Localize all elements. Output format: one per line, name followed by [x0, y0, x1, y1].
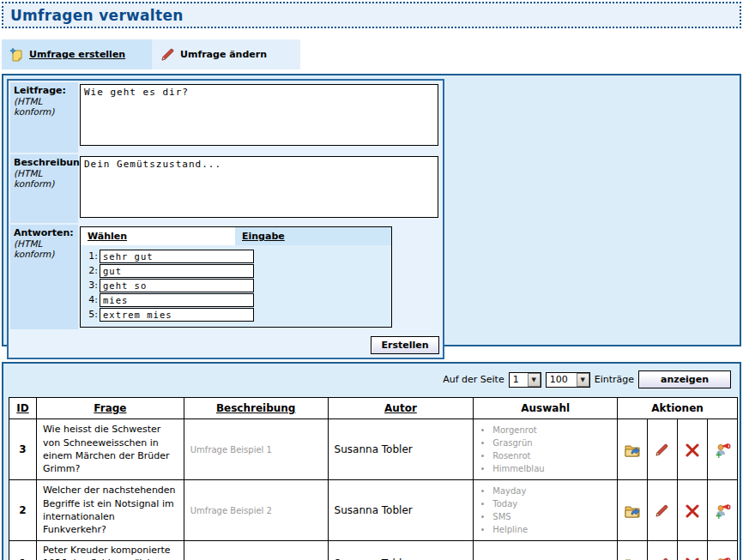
waehlen-link[interactable]: Wählen [88, 231, 127, 242]
choice-item: Morgenrot [492, 424, 611, 437]
answer-row: 1: [81, 249, 391, 263]
delete-x-icon [685, 443, 700, 457]
cell-author: Susanna Tobler [328, 419, 474, 480]
choice-item: Helpline [492, 523, 611, 536]
leitfrage-label: Leitfrage: (HTML konform) [10, 82, 78, 153]
field-label: Beschreibung: [14, 157, 76, 168]
answer-row: 5: [81, 307, 391, 322]
edit-pencil-icon [655, 443, 670, 457]
cell-description: Umfrage Beispiel 1 [184, 419, 328, 480]
column-header-aktionen: Aktionen [618, 398, 738, 419]
field-sublabel: (HTML konform) [14, 238, 76, 259]
add-voter-icon: 0 + [714, 556, 731, 560]
create-form: Leitfrage: (HTML konform) Wie geht es di… [7, 79, 444, 359]
add-voter-action-button[interactable]: 0 + [707, 541, 737, 560]
field-label: Leitfrage: [14, 85, 76, 96]
edit-action-button[interactable] [648, 480, 678, 541]
delete-action-button[interactable] [678, 419, 708, 480]
field-sublabel: (HTML konform) [14, 168, 76, 189]
add-voter-icon: 0 + [714, 442, 731, 458]
delete-action-button[interactable] [678, 541, 708, 560]
preview-action-button[interactable] [618, 541, 648, 560]
page-title-bar: Umfragen verwalten [2, 2, 741, 28]
tab-label: Umfrage erstellen [29, 49, 125, 60]
per-page-select-value: 100 [550, 374, 571, 385]
answer-input-2[interactable] [100, 264, 254, 278]
tab-umfrage-aendern[interactable]: Umfrage ändern [152, 39, 300, 69]
antworten-label: Antworten: (HTML konform) [10, 225, 78, 329]
eingabe-link[interactable]: Eingabe [242, 231, 285, 242]
tab-label: Umfrage ändern [180, 49, 267, 60]
delete-x-icon [685, 504, 700, 518]
preview-folder-icon [624, 503, 641, 519]
erstellen-button[interactable]: Erstellen [371, 336, 439, 354]
choice-item: Himmelblau [492, 462, 611, 475]
svg-text:0: 0 [726, 443, 730, 450]
survey-list-panel: Auf der Seite 1 ▼ 100 ▼ Einträge anzeige… [2, 362, 741, 560]
pagination-controls: Auf der Seite 1 ▼ 100 ▼ Einträge anzeige… [9, 370, 734, 388]
answers-tab-waehlen[interactable]: Wählen [81, 227, 235, 245]
table-row: 3 Wie heisst die Schwester von Schneewei… [9, 419, 738, 480]
answer-input-3[interactable] [100, 279, 254, 292]
beschreibung-textarea[interactable]: Dein Gemütszustand... [80, 156, 438, 218]
cell-author: Susanna Tobler [328, 480, 474, 541]
cell-question: Peter Kreuder komponierte 1936 den Schla… [36, 541, 184, 560]
survey-table: ID Frage Beschreibung Autor Auswahl Akti… [9, 397, 738, 560]
table-row: 1 Peter Kreuder komponierte 1936 den Sch… [9, 541, 738, 560]
tab-umfrage-erstellen[interactable]: Umfrage erstellen [2, 39, 152, 69]
column-header-id[interactable]: ID [9, 398, 37, 419]
answers-tab-eingabe[interactable]: Eingabe [235, 227, 391, 245]
table-row: 2 Welcher der nachstehenden Begriffe ist… [9, 480, 738, 541]
edit-action-button[interactable] [648, 541, 678, 560]
answer-number: 3: [81, 280, 100, 291]
answer-input-5[interactable] [100, 308, 254, 322]
answer-input-1[interactable] [100, 250, 254, 263]
leitfrage-textarea[interactable]: Wie geht es dir? [80, 84, 438, 146]
answer-number: 2: [81, 265, 100, 276]
beschreibung-label: Beschreibung: (HTML konform) [10, 154, 78, 223]
answer-row: 4: [81, 292, 391, 307]
answer-number: 4: [81, 294, 100, 305]
cell-choices [474, 541, 618, 560]
field-sublabel: (HTML konform) [14, 96, 76, 117]
chevron-down-icon[interactable]: ▼ [577, 373, 589, 387]
answers-box: Wählen Eingabe 1: 2: [80, 226, 392, 328]
leitfrage-row: Leitfrage: (HTML konform) Wie geht es di… [10, 82, 441, 153]
choice-item: Rosenrot [492, 449, 611, 462]
preview-action-button[interactable] [618, 480, 648, 541]
create-form-panel: Leitfrage: (HTML konform) Wie geht es di… [2, 74, 741, 346]
cell-id: 1 [9, 541, 37, 560]
edit-pencil-icon [160, 48, 175, 62]
chevron-down-icon[interactable]: ▼ [528, 373, 541, 387]
answer-number: 5: [81, 309, 100, 320]
choice-item: Grasgrün [492, 437, 611, 449]
column-header-frage[interactable]: Frage [36, 398, 184, 419]
add-voter-action-button[interactable]: 0 + [707, 480, 737, 541]
answer-row: 3: [81, 278, 391, 292]
answer-input-4[interactable] [100, 293, 254, 307]
cell-author: Susanna Tobler [328, 541, 474, 560]
pagination-prefix-label: Auf der Seite [443, 374, 504, 385]
preview-folder-icon [624, 557, 641, 560]
column-header-autor[interactable]: Autor [328, 398, 474, 419]
cell-id: 3 [9, 419, 37, 480]
page-select[interactable]: 1 ▼ [509, 372, 541, 388]
page-title: Umfragen verwalten [10, 7, 184, 24]
per-page-select[interactable]: 100 ▼ [546, 372, 590, 388]
antworten-row: Antworten: (HTML konform) Wählen Eingabe [10, 225, 441, 329]
tab-bar: Umfrage erstellen Umfrage ändern [2, 39, 741, 69]
anzeigen-button[interactable]: anzeigen [638, 370, 731, 388]
svg-text:0: 0 [726, 503, 730, 511]
choice-item: Mayday [492, 485, 611, 497]
preview-folder-icon [624, 443, 641, 458]
column-header-beschreibung[interactable]: Beschreibung [184, 398, 328, 419]
add-voter-action-button[interactable]: 0 + [707, 419, 737, 480]
preview-action-button[interactable] [618, 419, 648, 480]
delete-action-button[interactable] [678, 480, 708, 541]
edit-action-button[interactable] [648, 419, 678, 480]
cell-choices: Mayday Today SMS Helpline [474, 480, 618, 541]
pagination-suffix-label: Einträge [595, 374, 634, 385]
svg-text:+: + [715, 450, 722, 459]
page-select-value: 1 [513, 374, 522, 385]
add-voter-icon: 0 + [714, 503, 731, 519]
